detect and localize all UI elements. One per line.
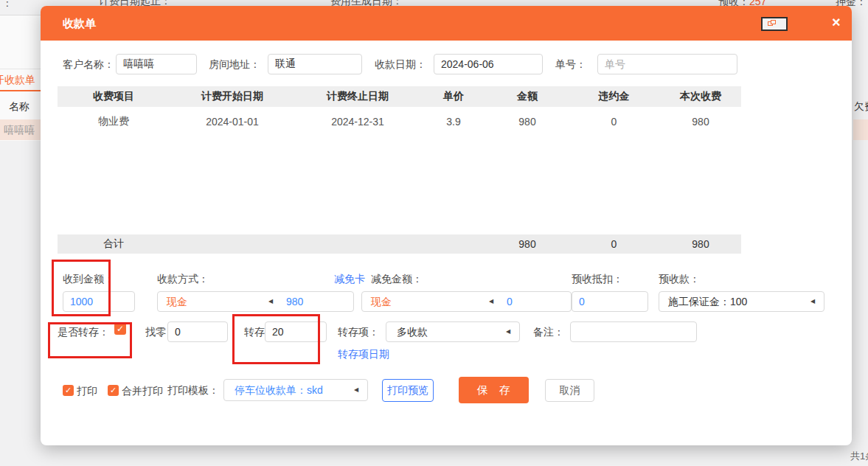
- room-address-input[interactable]: [268, 54, 362, 74]
- cell-end-date: 2024-12-31: [295, 116, 420, 128]
- dialog-header: 收款单 ×: [41, 6, 852, 41]
- order-no-label: 单号：: [555, 58, 586, 72]
- bg-tab-receipt-label: 开收款单: [0, 74, 35, 87]
- bg-left-label: ：: [2, 0, 13, 10]
- col-header: 本次收费: [660, 90, 741, 103]
- print-preview-button[interactable]: 打印预览: [382, 379, 434, 402]
- precollect-value: 施工保证金：100: [668, 296, 747, 309]
- chevron-dropdown-icon[interactable]: ◀: [506, 328, 510, 335]
- print-checkbox[interactable]: ✓: [63, 385, 74, 396]
- change-label: 找零: [145, 326, 166, 339]
- cell-penalty: 0: [568, 116, 660, 128]
- col-header: 计费终止日期: [295, 90, 420, 103]
- chevron-dropdown-icon[interactable]: ◀: [489, 298, 493, 305]
- transfer-date-link[interactable]: 转存项日期: [338, 348, 389, 361]
- reduction-combo[interactable]: 现金 ◀ 0: [361, 291, 572, 312]
- col-header: 违约金: [568, 90, 660, 103]
- total-amount: 980: [487, 238, 568, 250]
- receipt-date-label: 收款日期：: [375, 58, 426, 72]
- reduction-card-link[interactable]: 减免卡: [334, 273, 365, 286]
- bg-selected-row-right: [853, 119, 868, 140]
- cell-current-charge: 980: [660, 116, 741, 128]
- table-total-row: 合计 980 0 980: [58, 234, 741, 254]
- precollect-deduct-label: 预收抵扣：: [572, 273, 623, 286]
- order-no-input[interactable]: [597, 54, 737, 74]
- bg-col-header-name: 名称: [9, 100, 29, 114]
- received-amount-input[interactable]: [63, 291, 135, 312]
- print-template-value: 停车位收款单：skd: [235, 384, 323, 397]
- chevron-dropdown-icon[interactable]: ◀: [810, 298, 815, 305]
- precollect-deduct-input[interactable]: [572, 291, 648, 312]
- transfer-input[interactable]: [265, 321, 327, 342]
- col-header: 计费开始日期: [170, 90, 295, 103]
- check-icon: ✓: [110, 386, 117, 394]
- bg-row-customer: 嘻嘻嘻: [4, 124, 35, 137]
- print-label: 打印: [77, 385, 97, 398]
- transfer-item-dropdown[interactable]: 多收款 ◀: [386, 321, 520, 342]
- room-address-label: 房间地址：: [209, 58, 260, 72]
- bg-tab-receipt[interactable]: 开收款单: [0, 71, 41, 91]
- transfer-item-label: 转存项：: [338, 326, 379, 339]
- bg-selected-row-left[interactable]: 嘻嘻嘻: [0, 119, 41, 140]
- bg-col-header-arrears: 欠费: [854, 100, 868, 114]
- table-row[interactable]: 物业费 2024-01-01 2024-12-31 3.9 980 0 980: [58, 109, 741, 134]
- total-penalty: 0: [568, 238, 660, 250]
- fee-table-header: 收费项目 计费开始日期 计费终止日期 单价 金额 违约金 本次收费: [58, 86, 741, 107]
- save-button[interactable]: 保 存: [459, 377, 529, 403]
- remark-label: 备注：: [533, 326, 564, 339]
- maximize-icon[interactable]: [761, 17, 788, 31]
- reduction-method-value: 现金: [371, 296, 392, 309]
- reduction-amount-value[interactable]: 0: [507, 296, 513, 307]
- chevron-dropdown-icon[interactable]: ◀: [354, 386, 358, 393]
- cell-unit-price: 3.9: [420, 116, 487, 128]
- col-header: 收费项目: [58, 90, 170, 103]
- print-template-label: 打印模板：: [167, 384, 219, 397]
- precollect-label: 预收款：: [659, 273, 700, 286]
- col-header: 金额: [487, 90, 568, 103]
- is-transfer-checkbox[interactable]: ✓: [114, 323, 126, 335]
- payment-method-label: 收款方式：: [157, 273, 209, 286]
- check-icon: ✓: [117, 324, 124, 334]
- customer-name-label: 客户名称：: [63, 58, 114, 72]
- transfer-label: 转存: [244, 326, 265, 339]
- receipt-date-input[interactable]: [434, 54, 543, 74]
- cell-start-date: 2024-01-01: [170, 116, 295, 128]
- reduction-amount-label: 减免金额：: [371, 273, 423, 286]
- check-icon: ✓: [65, 386, 72, 394]
- chevron-dropdown-icon[interactable]: ◀: [268, 298, 273, 305]
- merge-print-checkbox[interactable]: ✓: [108, 385, 119, 396]
- total-current-charge: 980: [660, 238, 741, 250]
- change-input[interactable]: [167, 321, 228, 342]
- received-amount-label: 收到金额：: [63, 273, 114, 286]
- customer-name-input[interactable]: [116, 54, 197, 74]
- col-header: 单价: [420, 90, 487, 103]
- merge-print-label: 合并打印: [122, 385, 163, 398]
- cell-fee-item: 物业费: [58, 115, 170, 128]
- precollect-dropdown[interactable]: 施工保证金：100 ◀: [659, 291, 824, 312]
- remark-input[interactable]: [570, 321, 697, 342]
- receipt-dialog: 收款单 × 客户名称： 房间地址： 收款日期： 单号： 收费项目 计费开始日期 …: [41, 6, 852, 445]
- cancel-button[interactable]: 取消: [545, 379, 594, 402]
- dialog-title: 收款单: [63, 17, 96, 31]
- bg-divider-2: [0, 69, 41, 69]
- payment-method-value: 现金: [167, 296, 187, 309]
- cell-amount: 980: [487, 116, 568, 128]
- restore-glyph-front: [771, 20, 776, 24]
- total-label: 合计: [58, 237, 170, 251]
- close-icon[interactable]: ×: [832, 14, 841, 31]
- transfer-item-value: 多收款: [397, 326, 428, 339]
- payment-method-combo[interactable]: 现金 ◀ 980: [157, 291, 354, 312]
- payment-method-amount[interactable]: 980: [286, 296, 303, 307]
- bg-record-count: 共1条: [850, 450, 868, 463]
- print-template-dropdown[interactable]: 停车位收款单：skd ◀: [223, 379, 368, 401]
- is-transfer-label: 是否转存：: [58, 326, 109, 339]
